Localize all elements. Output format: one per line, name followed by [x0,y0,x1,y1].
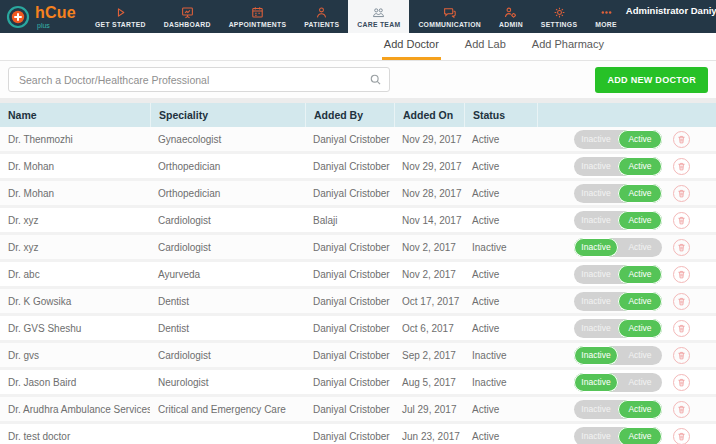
row-actions: InactiveActive [537,319,716,338]
status-toggle[interactable]: InactiveActive [574,265,662,284]
nav-items: GET STARTEDDASHBOARDAPPOINTMENTSPATIENTS… [86,0,626,33]
status-text: Active [464,269,537,280]
delete-button[interactable] [673,239,690,256]
added-on: Nov 2, 2017 [394,242,464,253]
nav-item-label: MORE [595,21,617,28]
toggle-active-label[interactable]: Active [618,184,662,203]
toggle-active-label[interactable]: Active [618,238,662,257]
toggle-active-label[interactable]: Active [618,319,662,338]
added-by: Balaji [305,215,394,226]
brand-sub: plus [35,22,76,29]
toggle-inactive-label[interactable]: Inactive [574,319,618,338]
doctor-speciality: Cardiologist [150,350,305,361]
table-body: Dr. ThenmozhiGynaecologistDaniyal Cristo… [0,127,716,444]
toolbar: ADD NEW DOCTOR [0,61,716,98]
nav-item-settings[interactable]: SETTINGS [532,0,586,33]
toggle-active-label[interactable]: Active [618,157,662,176]
row-actions: InactiveActive [537,211,716,230]
status-toggle[interactable]: InactiveActive [574,238,662,257]
communication-icon [443,6,456,19]
toggle-inactive-label[interactable]: Inactive [574,346,618,365]
nav-item-care-team[interactable]: CARE TEAM [348,0,409,33]
user-area[interactable]: Administrator Daniyal Cristober SPAARC [626,0,716,33]
trash-icon [677,351,686,360]
toggle-active-label[interactable]: Active [618,130,662,149]
doctor-name: Dr. Jason Baird [0,377,150,388]
col-header-actions [537,103,716,127]
col-header-speciality[interactable]: Speciality [150,103,305,127]
toggle-inactive-label[interactable]: Inactive [574,292,618,311]
nav-item-more[interactable]: MORE [586,0,626,33]
toggle-active-label[interactable]: Active [618,427,662,444]
added-on: Nov 29, 2017 [394,161,464,172]
nav-item-dashboard[interactable]: DASHBOARD [155,0,220,33]
toggle-inactive-label[interactable]: Inactive [574,373,618,392]
table-row: Dr. gvsCardiologistDaniyal CristoberSep … [0,343,716,370]
delete-button[interactable] [673,212,690,229]
delete-button[interactable] [673,266,690,283]
nav-item-patients[interactable]: PATIENTS [295,0,348,33]
nav-item-communication[interactable]: COMMUNICATION [409,0,490,33]
toggle-active-label[interactable]: Active [618,346,662,365]
status-toggle[interactable]: InactiveActive [574,157,662,176]
tab-add-pharmacy[interactable]: Add Pharmacy [530,38,606,60]
toggle-inactive-label[interactable]: Inactive [574,427,618,444]
status-toggle[interactable]: InactiveActive [574,130,662,149]
nav-item-get-started[interactable]: GET STARTED [86,0,155,33]
added-by: Daniyal Cristober [305,269,394,280]
tab-add-lab[interactable]: Add Lab [463,38,508,60]
brand-name: hCue [35,5,76,21]
col-header-name[interactable]: Name [0,103,150,127]
toggle-inactive-label[interactable]: Inactive [574,265,618,284]
table-row: Dr. Jason BairdNeurologistDaniyal Cristo… [0,370,716,397]
add-new-doctor-button[interactable]: ADD NEW DOCTOR [595,67,708,93]
toggle-active-label[interactable]: Active [618,373,662,392]
trash-icon [677,162,686,171]
delete-button[interactable] [673,131,690,148]
col-header-added-by[interactable]: Added By [305,103,394,127]
delete-button[interactable] [673,185,690,202]
col-header-status[interactable]: Status [464,103,537,127]
nav-item-admin[interactable]: ADMIN [490,0,532,33]
brand-logo[interactable]: hCue plus [0,0,86,33]
search-input[interactable] [8,67,390,92]
table-row: Dr. abcAyurvedaDaniyal CristoberNov 2, 2… [0,262,716,289]
delete-button[interactable] [673,158,690,175]
row-actions: InactiveActive [537,238,716,257]
status-toggle[interactable]: InactiveActive [574,319,662,338]
delete-button[interactable] [673,401,690,418]
delete-button[interactable] [673,320,690,337]
status-text: Active [464,431,537,442]
toggle-active-label[interactable]: Active [618,292,662,311]
doctor-name: Dr. gvs [0,350,150,361]
delete-button[interactable] [673,374,690,391]
toggle-inactive-label[interactable]: Inactive [574,130,618,149]
toggle-inactive-label[interactable]: Inactive [574,184,618,203]
nav-item-appointments[interactable]: APPOINTMENTS [220,0,296,33]
toggle-inactive-label[interactable]: Inactive [574,157,618,176]
row-actions: InactiveActive [537,346,716,365]
status-toggle[interactable]: InactiveActive [574,184,662,203]
col-header-added-on[interactable]: Added On [394,103,464,127]
toggle-active-label[interactable]: Active [618,400,662,419]
toggle-active-label[interactable]: Active [618,211,662,230]
toggle-active-label[interactable]: Active [618,265,662,284]
delete-button[interactable] [673,293,690,310]
added-by: Daniyal Cristober [305,296,394,307]
delete-button[interactable] [673,347,690,364]
trash-icon [677,405,686,414]
status-toggle[interactable]: InactiveActive [574,292,662,311]
status-toggle[interactable]: InactiveActive [574,211,662,230]
toggle-inactive-label[interactable]: Inactive [574,211,618,230]
delete-button[interactable] [673,428,690,444]
toggle-inactive-label[interactable]: Inactive [574,238,618,257]
status-toggle[interactable]: InactiveActive [574,373,662,392]
status-toggle[interactable]: InactiveActive [574,400,662,419]
play-icon [114,6,127,19]
status-toggle[interactable]: InactiveActive [574,427,662,444]
status-text: Active [464,296,537,307]
tab-add-doctor[interactable]: Add Doctor [382,38,441,60]
doctor-name: Dr. xyz [0,215,150,226]
toggle-inactive-label[interactable]: Inactive [574,400,618,419]
status-toggle[interactable]: InactiveActive [574,346,662,365]
